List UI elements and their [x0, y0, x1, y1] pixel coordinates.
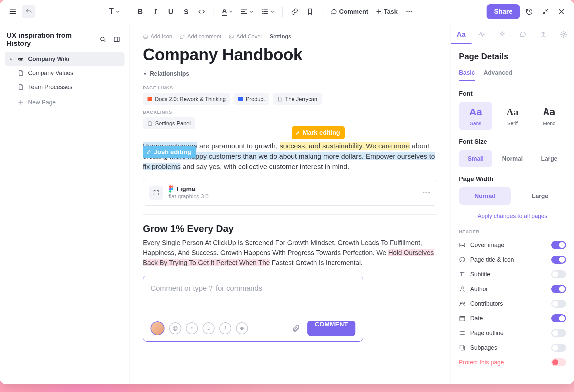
- calendar-icon: [459, 315, 466, 322]
- strike-icon: S: [184, 8, 189, 16]
- toggle-author[interactable]: [551, 285, 566, 293]
- subtab-basic[interactable]: Basic: [459, 67, 475, 81]
- search-button[interactable]: [97, 34, 108, 45]
- figma-embed[interactable]: Figma flat graphics 3.0 •••: [143, 180, 437, 206]
- width-normal-option[interactable]: Normal: [459, 187, 511, 205]
- avatar[interactable]: [151, 321, 165, 335]
- font-serif-option[interactable]: AaSerif: [496, 102, 529, 130]
- width-large-option[interactable]: Large: [514, 187, 566, 205]
- sidebar-item-team-processes[interactable]: Team Processes: [5, 80, 124, 94]
- font-size-heading: Font Size: [459, 136, 566, 150]
- toggle-contributors[interactable]: [551, 300, 566, 308]
- add-cover-button[interactable]: Add Cover: [229, 33, 262, 40]
- page-link-chip[interactable]: Product: [234, 93, 269, 105]
- top-toolbar: T B I U S A Comment Task Share: [0, 0, 574, 23]
- toggle-subpages[interactable]: [551, 344, 566, 352]
- expand-button[interactable]: [149, 186, 163, 200]
- chevron-down-icon: [229, 10, 233, 14]
- collapse-sidebar-button[interactable]: [111, 34, 122, 45]
- comment-input[interactable]: Comment or type '/' for commands: [151, 284, 355, 321]
- relationships-toggle[interactable]: ▼Relationships: [143, 70, 437, 81]
- backlink-chip[interactable]: Settings Panel: [143, 117, 195, 129]
- close-button[interactable]: [555, 5, 568, 18]
- collapse-button[interactable]: [539, 5, 552, 18]
- size-large-option[interactable]: Large: [533, 150, 566, 167]
- new-page-button[interactable]: New Page: [5, 95, 124, 109]
- text-icon: [459, 271, 466, 278]
- svg-point-9: [21, 59, 22, 59]
- page-link-chip[interactable]: The Jerrycan: [273, 93, 322, 105]
- toggle-date[interactable]: [551, 314, 566, 322]
- page-title[interactable]: Company Handbook: [143, 42, 437, 70]
- settings-action[interactable]: Settings: [270, 33, 291, 40]
- record-button[interactable]: [236, 322, 248, 334]
- option-subpages: Subpages: [459, 340, 566, 355]
- size-small-option[interactable]: Small: [459, 150, 492, 167]
- panel-tab-activity[interactable]: [472, 25, 492, 44]
- font-mono-option[interactable]: AaMono: [533, 102, 566, 130]
- menu-button[interactable]: [6, 5, 19, 18]
- share-button[interactable]: Share: [487, 4, 520, 19]
- history-button[interactable]: [523, 5, 536, 18]
- undo-button[interactable]: [22, 5, 35, 18]
- svg-point-0: [262, 9, 263, 10]
- paragraph[interactable]: Mark editing Josh editing Happy customer…: [143, 129, 437, 180]
- add-icon-button[interactable]: Add Icon: [143, 33, 172, 40]
- link-button[interactable]: [288, 5, 301, 18]
- toggle-title-icon[interactable]: [551, 256, 566, 264]
- bold-button[interactable]: B: [133, 5, 147, 18]
- size-normal-option[interactable]: Normal: [496, 150, 529, 167]
- more-button[interactable]: [402, 5, 416, 18]
- option-page-title: Page title & Icon: [459, 252, 566, 267]
- option-label: Contributors: [470, 300, 503, 307]
- text-style-button[interactable]: T: [106, 5, 122, 18]
- sidebar-item-company-values[interactable]: Company Values: [5, 66, 124, 80]
- panel-tab-settings[interactable]: [554, 25, 574, 44]
- at-icon: @: [173, 325, 178, 331]
- attach-button[interactable]: [289, 322, 303, 335]
- emoji-button[interactable]: [203, 322, 215, 334]
- comment-submit-button[interactable]: COMMENT: [307, 321, 355, 336]
- sidebar-item-company-wiki[interactable]: ▸Company Wiki: [5, 52, 124, 66]
- option-date: Date: [459, 311, 566, 326]
- page-link-chip[interactable]: Docs 2.0: Rework & Thinking: [143, 93, 230, 105]
- italic-button[interactable]: I: [149, 5, 162, 18]
- caret-down-icon: ▼: [143, 71, 147, 76]
- editor: Add Icon Add comment Add Cover Settings …: [129, 23, 451, 384]
- gear-icon: [560, 31, 567, 38]
- font-sans-option[interactable]: AaSans: [459, 102, 492, 130]
- panel-tab-style[interactable]: Aa: [451, 25, 472, 44]
- panel-tab-export[interactable]: [533, 25, 554, 44]
- svg-point-29: [463, 302, 465, 304]
- heading[interactable]: Grow 1% Every Day: [143, 223, 437, 238]
- strike-button[interactable]: S: [180, 5, 193, 18]
- toggle-protect[interactable]: [551, 358, 566, 366]
- comment-button[interactable]: Comment: [328, 5, 371, 18]
- page-icon: [18, 70, 24, 76]
- add-comment-button[interactable]: Add comment: [180, 33, 221, 40]
- text-color-button[interactable]: A: [219, 5, 236, 18]
- apply-all-link[interactable]: Apply changes to all pages: [459, 211, 566, 226]
- bookmark-button[interactable]: [303, 5, 317, 18]
- align-button[interactable]: [238, 5, 256, 18]
- paragraph[interactable]: Every Single Person At ClickUp Is Screen…: [143, 238, 437, 276]
- toggle-outline[interactable]: [551, 329, 566, 337]
- slash-button[interactable]: /: [219, 322, 231, 334]
- embed-more-button[interactable]: •••: [422, 189, 431, 196]
- assign-button[interactable]: [186, 322, 198, 334]
- toggle-subtitle[interactable]: [551, 270, 566, 278]
- toggle-cover[interactable]: [551, 241, 566, 249]
- list-button[interactable]: [258, 5, 277, 18]
- panel-tab-comments[interactable]: [513, 25, 533, 44]
- underline-button[interactable]: U: [164, 5, 178, 18]
- svg-rect-23: [460, 243, 465, 247]
- svg-point-4: [408, 11, 410, 12]
- subtab-advanced[interactable]: Advanced: [484, 67, 512, 81]
- panel-tab-ai[interactable]: [492, 25, 513, 44]
- pencil-icon: [146, 149, 152, 155]
- panel-title: Page Details: [459, 52, 566, 67]
- code-button[interactable]: [195, 5, 208, 18]
- new-page-label: New Page: [28, 99, 56, 106]
- mention-button[interactable]: @: [169, 322, 181, 334]
- task-button[interactable]: Task: [373, 5, 400, 18]
